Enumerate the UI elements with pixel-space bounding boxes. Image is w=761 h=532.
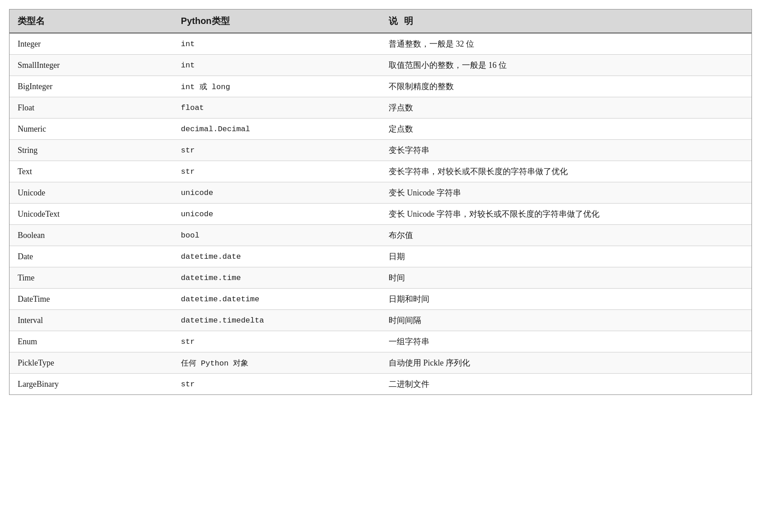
cell-type-name: SmallInteger bbox=[10, 55, 173, 76]
cell-python-type: int 或 long bbox=[173, 76, 380, 97]
cell-description: 布尔值 bbox=[380, 225, 751, 246]
cell-description: 变长 Unicode 字符串，对较长或不限长度的字符串做了优化 bbox=[380, 204, 751, 225]
table-row: Stringstr变长字符串 bbox=[10, 140, 751, 161]
cell-description: 时间 bbox=[380, 267, 751, 289]
data-types-table: 类型名 Python类型 说 明 Integerint普通整数，一般是 32 位… bbox=[9, 9, 752, 395]
cell-type-name: PickleType bbox=[10, 352, 173, 374]
cell-description: 变长字符串 bbox=[380, 140, 751, 161]
cell-python-type: int bbox=[173, 33, 380, 55]
cell-description: 变长 Unicode 字符串 bbox=[380, 182, 751, 204]
cell-description: 普通整数，一般是 32 位 bbox=[380, 33, 751, 55]
table-row: Textstr变长字符串，对较长或不限长度的字符串做了优化 bbox=[10, 161, 751, 182]
cell-description: 二进制文件 bbox=[380, 374, 751, 395]
table-row: PickleType任何 Python 对象自动使用 Pickle 序列化 bbox=[10, 352, 751, 374]
cell-description: 不限制精度的整数 bbox=[380, 76, 751, 97]
cell-type-name: DateTime bbox=[10, 289, 173, 310]
cell-description: 日期和时间 bbox=[380, 289, 751, 310]
cell-python-type: decimal.Decimal bbox=[173, 119, 380, 140]
table-row: Floatfloat浮点数 bbox=[10, 97, 751, 119]
table-row: UnicodeTextunicode变长 Unicode 字符串，对较长或不限长… bbox=[10, 204, 751, 225]
table-row: Timedatetime.time时间 bbox=[10, 267, 751, 289]
cell-description: 日期 bbox=[380, 246, 751, 267]
cell-type-name: Date bbox=[10, 246, 173, 267]
table-row: Intervaldatetime.timedelta时间间隔 bbox=[10, 310, 751, 331]
cell-description: 一组字符串 bbox=[380, 331, 751, 352]
cell-type-name: Interval bbox=[10, 310, 173, 331]
cell-description: 浮点数 bbox=[380, 97, 751, 119]
cell-description: 变长字符串，对较长或不限长度的字符串做了优化 bbox=[380, 161, 751, 182]
cell-type-name: Integer bbox=[10, 33, 173, 55]
table-row: Datedatetime.date日期 bbox=[10, 246, 751, 267]
cell-description: 取值范围小的整数，一般是 16 位 bbox=[380, 55, 751, 76]
cell-type-name: Numeric bbox=[10, 119, 173, 140]
cell-type-name: LargeBinary bbox=[10, 374, 173, 395]
table-row: SmallIntegerint取值范围小的整数，一般是 16 位 bbox=[10, 55, 751, 76]
table-row: Numericdecimal.Decimal定点数 bbox=[10, 119, 751, 140]
cell-python-type: int bbox=[173, 55, 380, 76]
table-row: BigIntegerint 或 long不限制精度的整数 bbox=[10, 76, 751, 97]
header-description: 说 明 bbox=[380, 10, 751, 33]
cell-python-type: datetime.date bbox=[173, 246, 380, 267]
cell-type-name: BigInteger bbox=[10, 76, 173, 97]
cell-python-type: datetime.timedelta bbox=[173, 310, 380, 331]
cell-type-name: Boolean bbox=[10, 225, 173, 246]
cell-python-type: datetime.datetime bbox=[173, 289, 380, 310]
cell-type-name: Enum bbox=[10, 331, 173, 352]
header-type-name: 类型名 bbox=[10, 10, 173, 33]
cell-python-type: bool bbox=[173, 225, 380, 246]
cell-python-type: str bbox=[173, 161, 380, 182]
cell-description: 定点数 bbox=[380, 119, 751, 140]
header-python-type: Python类型 bbox=[173, 10, 380, 33]
cell-description: 自动使用 Pickle 序列化 bbox=[380, 352, 751, 374]
table-row: LargeBinarystr二进制文件 bbox=[10, 374, 751, 395]
cell-type-name: Float bbox=[10, 97, 173, 119]
table-row: Integerint普通整数，一般是 32 位 bbox=[10, 33, 751, 55]
cell-python-type: unicode bbox=[173, 182, 380, 204]
table-row: Unicodeunicode变长 Unicode 字符串 bbox=[10, 182, 751, 204]
cell-type-name: Time bbox=[10, 267, 173, 289]
table-row: Booleanbool布尔值 bbox=[10, 225, 751, 246]
cell-python-type: str bbox=[173, 374, 380, 395]
cell-python-type: 任何 Python 对象 bbox=[173, 352, 380, 374]
cell-python-type: float bbox=[173, 97, 380, 119]
cell-python-type: unicode bbox=[173, 204, 380, 225]
cell-python-type: datetime.time bbox=[173, 267, 380, 289]
cell-type-name: String bbox=[10, 140, 173, 161]
cell-python-type: str bbox=[173, 331, 380, 352]
cell-python-type: str bbox=[173, 140, 380, 161]
table-row: Enumstr一组字符串 bbox=[10, 331, 751, 352]
table-header-row: 类型名 Python类型 说 明 bbox=[10, 10, 751, 33]
cell-type-name: Text bbox=[10, 161, 173, 182]
cell-type-name: UnicodeText bbox=[10, 204, 173, 225]
table-row: DateTimedatetime.datetime日期和时间 bbox=[10, 289, 751, 310]
cell-type-name: Unicode bbox=[10, 182, 173, 204]
cell-description: 时间间隔 bbox=[380, 310, 751, 331]
